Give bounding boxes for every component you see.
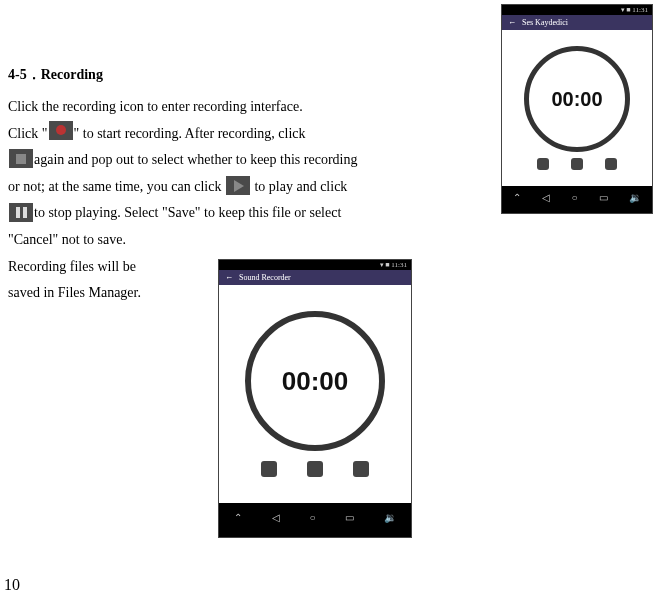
recorder-controls [261, 461, 369, 477]
paragraph-6: "Cancel" not to save. [8, 227, 428, 254]
text: " to start recording. After recording, c… [74, 126, 306, 141]
recorder-app-title: Sound Recorder [239, 273, 291, 282]
nav-expand-icon: ⌃ [513, 192, 521, 203]
nav-volume-icon: 🔉 [384, 512, 396, 523]
record-icon [49, 121, 73, 140]
text: to stop playing. Select "Save" to keep t… [34, 205, 341, 220]
timer-dial: 00:00 [524, 46, 630, 152]
play-icon [226, 176, 250, 195]
recorder-controls [537, 158, 617, 170]
paragraph-5: to stop playing. Select "Save" to keep t… [8, 200, 428, 227]
text: Click " [8, 126, 48, 141]
timer-value: 00:00 [551, 88, 602, 111]
nav-recent-icon: ▭ [599, 192, 608, 203]
timer-value: 00:00 [282, 366, 349, 397]
stop-button-icon [605, 158, 617, 170]
record-button-icon [537, 158, 549, 170]
nav-expand-icon: ⌃ [234, 512, 242, 523]
recorder-body: 00:00 [219, 285, 411, 503]
record-button-icon [261, 461, 277, 477]
document-page: ▾ ■ 11:31 ← Ses Kaydedici 00:00 ⌃ ◁ ○ ▭ … [0, 0, 659, 598]
android-nav-bar: ⌃ ◁ ○ ▭ 🔉 [502, 186, 652, 208]
nav-back-icon: ◁ [272, 512, 280, 523]
text: or not; at the same time, you can click [8, 179, 225, 194]
paragraph-4: or not; at the same time, you can click … [8, 174, 428, 201]
stop-button-icon [353, 461, 369, 477]
play-button-icon [571, 158, 583, 170]
android-nav-bar: ⌃ ◁ ○ ▭ 🔉 [219, 503, 411, 531]
recorder-app-titlebar: ← Ses Kaydedici [502, 15, 652, 30]
nav-recent-icon: ▭ [345, 512, 354, 523]
timer-dial: 00:00 [245, 311, 385, 451]
back-arrow-icon: ← [225, 273, 233, 282]
section-number: 4-5． [8, 67, 41, 82]
paragraph-3: again and pop out to select whether to k… [8, 147, 428, 174]
screenshot-top-right: ▾ ■ 11:31 ← Ses Kaydedici 00:00 ⌃ ◁ ○ ▭ … [501, 4, 653, 214]
nav-volume-icon: 🔉 [629, 192, 641, 203]
page-number: 10 [4, 576, 20, 594]
stop-icon [9, 149, 33, 168]
section-title: Recording [41, 67, 103, 82]
status-bar: ▾ ■ 11:31 [219, 260, 411, 270]
nav-home-icon: ○ [309, 512, 315, 523]
pause-icon [9, 203, 33, 222]
play-button-icon [307, 461, 323, 477]
recorder-app-titlebar: ← Sound Recorder [219, 270, 411, 285]
text: again and pop out to select whether to k… [34, 152, 357, 167]
recorder-app-title: Ses Kaydedici [522, 18, 568, 27]
paragraph-1: Click the recording icon to enter record… [8, 94, 428, 121]
nav-back-icon: ◁ [542, 192, 550, 203]
screenshot-center: ▾ ■ 11:31 ← Sound Recorder 00:00 ⌃ ◁ ○ ▭… [218, 259, 412, 538]
status-bar: ▾ ■ 11:31 [502, 5, 652, 15]
nav-home-icon: ○ [571, 192, 577, 203]
recorder-body: 00:00 [502, 30, 652, 186]
back-arrow-icon: ← [508, 18, 516, 27]
paragraph-2: Click "" to start recording. After recor… [8, 121, 428, 148]
text: to play and click [251, 179, 347, 194]
